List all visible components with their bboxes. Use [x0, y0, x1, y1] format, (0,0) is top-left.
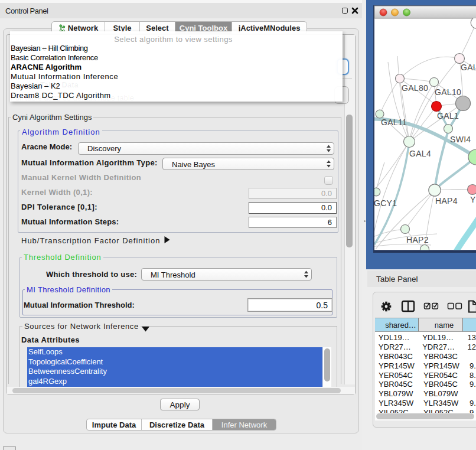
svg-text:GAL4: GAL4 — [409, 149, 431, 158]
svg-text:GCY1: GCY1 — [374, 198, 397, 208]
svg-text:HAP2: HAP2 — [406, 235, 429, 244]
svg-text:GAL11: GAL11 — [381, 118, 407, 127]
svg-text:GAL80: GAL80 — [402, 83, 428, 93]
svg-text:GAL1: GAL1 — [437, 111, 459, 120]
svg-text:Y: Y — [470, 195, 476, 204]
svg-text:HAP4: HAP4 — [435, 196, 458, 206]
svg-text:GAL8: GAL8 — [461, 63, 476, 72]
svg-text:SWI4: SWI4 — [450, 135, 471, 144]
svg-text:GAL10: GAL10 — [435, 87, 461, 97]
